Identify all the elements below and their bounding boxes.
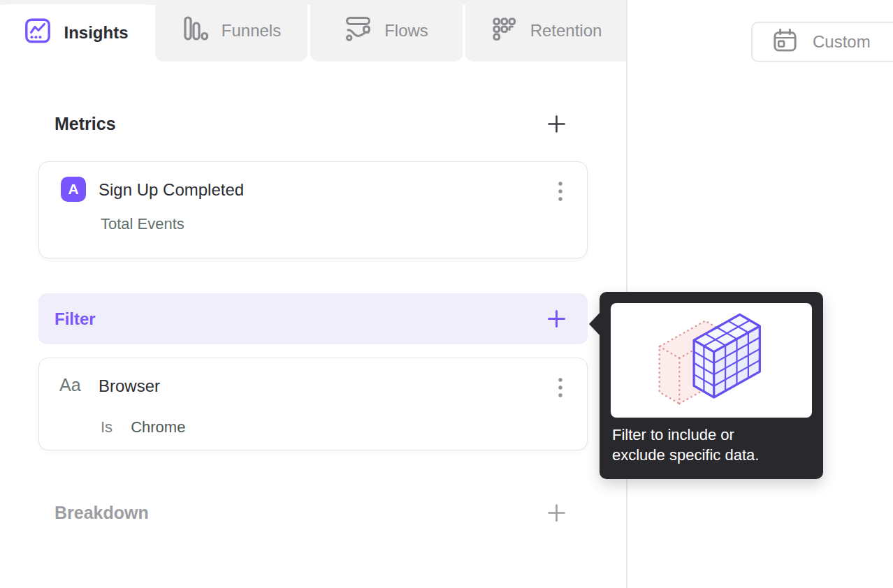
add-filter-button[interactable] xyxy=(547,309,566,328)
breakdown-header: Breakdown xyxy=(55,503,149,523)
filter-header: Filter xyxy=(55,309,96,329)
plus-icon xyxy=(547,504,566,522)
filter-menu-button[interactable] xyxy=(551,376,570,400)
filter-tooltip: Filter to include or exclude specific da… xyxy=(600,292,823,479)
kebab-icon xyxy=(558,377,563,399)
filter-header-row[interactable]: Filter xyxy=(38,293,588,344)
tab-insights[interactable]: Insights xyxy=(0,4,152,61)
filter-operator[interactable]: Is xyxy=(101,418,112,436)
metrics-header-row: Metrics xyxy=(38,106,588,141)
add-breakdown-button[interactable] xyxy=(547,504,566,522)
plus-icon xyxy=(547,309,566,328)
metric-card[interactable]: A Sign Up Completed Total Events xyxy=(38,161,588,258)
filter-property-name: Browser xyxy=(99,376,160,396)
metric-letter-badge: A xyxy=(61,177,86,202)
metric-menu-button[interactable] xyxy=(551,180,570,204)
filter-condition: Is Chrome xyxy=(101,418,185,436)
dot-grid-icon xyxy=(491,15,518,47)
filter-value[interactable]: Chrome xyxy=(131,418,185,436)
tooltip-line-2: exclude specific data. xyxy=(612,445,759,465)
add-metric-button[interactable] xyxy=(547,115,566,133)
date-range-custom-button[interactable]: Custom xyxy=(751,22,893,62)
analytics-screen: Funnels Flows Retention xyxy=(0,0,893,588)
isometric-cube-grid-icon xyxy=(611,303,812,418)
line-chart-icon xyxy=(24,17,52,49)
text-property-icon: Aa xyxy=(59,375,81,395)
tab-flows[interactable]: Flows xyxy=(310,0,463,61)
tab-label: Flows xyxy=(384,21,428,41)
tooltip-illustration xyxy=(611,303,812,418)
kebab-icon xyxy=(558,181,563,203)
tooltip-caret-icon xyxy=(589,311,601,337)
funnel-bars-icon xyxy=(182,15,210,47)
metric-event-name: Sign Up Completed xyxy=(99,180,244,200)
tab-label: Funnels xyxy=(222,21,281,41)
calendar-icon xyxy=(772,27,798,57)
date-range-label: Custom xyxy=(813,32,871,52)
metrics-header: Metrics xyxy=(55,114,116,134)
breakdown-header-row: Breakdown xyxy=(38,494,588,531)
flow-stream-icon xyxy=(344,15,372,47)
tooltip-line-1: Filter to include or xyxy=(612,425,759,445)
tab-retention[interactable]: Retention xyxy=(465,0,627,61)
tab-funnels[interactable]: Funnels xyxy=(155,0,307,61)
metric-aggregation[interactable]: Total Events xyxy=(101,215,184,233)
filter-card[interactable]: Aa Browser Is Chrome xyxy=(38,358,588,450)
tab-label: Insights xyxy=(64,23,128,43)
tab-label: Retention xyxy=(530,21,602,41)
tooltip-text: Filter to include or exclude specific da… xyxy=(612,425,759,465)
plus-icon xyxy=(547,115,566,133)
